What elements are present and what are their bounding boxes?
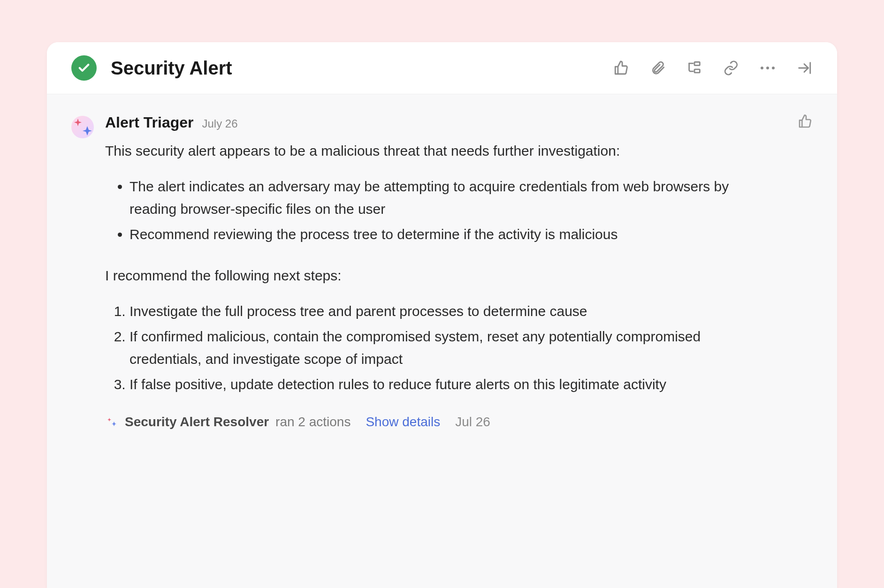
thumbs-up-icon	[798, 114, 813, 129]
comment-main: Alert Triager July 26 This security aler…	[105, 114, 813, 430]
thumbs-up-icon	[613, 60, 629, 76]
header-actions	[613, 60, 813, 76]
svg-rect-1	[694, 69, 700, 73]
resolver-name: Security Alert Resolver	[125, 415, 269, 430]
check-badge	[71, 55, 97, 81]
footer-date: Jul 26	[455, 415, 490, 430]
resolver-action: ran 2 actions	[275, 415, 351, 430]
recommend-intro: I recommend the following next steps:	[105, 264, 762, 287]
resolver-avatar	[105, 415, 118, 429]
collapse-button[interactable]	[796, 60, 813, 76]
alert-card: Security Alert	[47, 42, 837, 588]
page-title: Security Alert	[111, 58, 613, 79]
more-icon	[761, 67, 775, 69]
comment: Alert Triager July 26 This security aler…	[71, 114, 813, 430]
card-header: Security Alert	[47, 42, 837, 94]
paperclip-icon	[650, 60, 666, 76]
resolver-footer: Security Alert Resolver ran 2 actions Sh…	[105, 415, 813, 430]
avatar	[71, 116, 94, 138]
step-item: If confirmed malicious, contain the comp…	[130, 325, 762, 370]
sparkle-icon	[106, 416, 117, 428]
intro-text: This security alert appears to be a mali…	[105, 140, 762, 162]
link-icon	[723, 60, 739, 76]
bullet-item: The alert indicates an adversary may be …	[130, 175, 762, 220]
attachment-button[interactable]	[649, 60, 666, 76]
thumbs-up-button[interactable]	[613, 60, 630, 76]
link-button[interactable]	[723, 60, 739, 76]
subtasks-button[interactable]	[686, 60, 703, 76]
step-item: If false positive, update detection rule…	[130, 373, 762, 396]
comment-header: Alert Triager July 26	[105, 114, 798, 131]
author-name: Alert Triager	[105, 114, 194, 131]
step-item: Investigate the full process tree and pa…	[130, 300, 762, 323]
comment-body: This security alert appears to be a mali…	[105, 140, 762, 396]
subtasks-icon	[686, 60, 702, 76]
more-button[interactable]	[759, 60, 776, 76]
svg-rect-0	[694, 62, 700, 65]
collapse-right-icon	[796, 60, 812, 76]
bullet-list: The alert indicates an adversary may be …	[105, 175, 762, 246]
check-icon	[77, 61, 91, 75]
steps-list: Investigate the full process tree and pa…	[105, 300, 762, 396]
card-body: Alert Triager July 26 This security aler…	[47, 94, 837, 588]
comment-date: July 26	[202, 117, 238, 130]
show-details-link[interactable]: Show details	[366, 415, 440, 430]
sparkle-icon	[71, 116, 94, 138]
comment-like-button[interactable]	[798, 114, 813, 131]
bullet-item: Recommend reviewing the process tree to …	[130, 223, 762, 246]
